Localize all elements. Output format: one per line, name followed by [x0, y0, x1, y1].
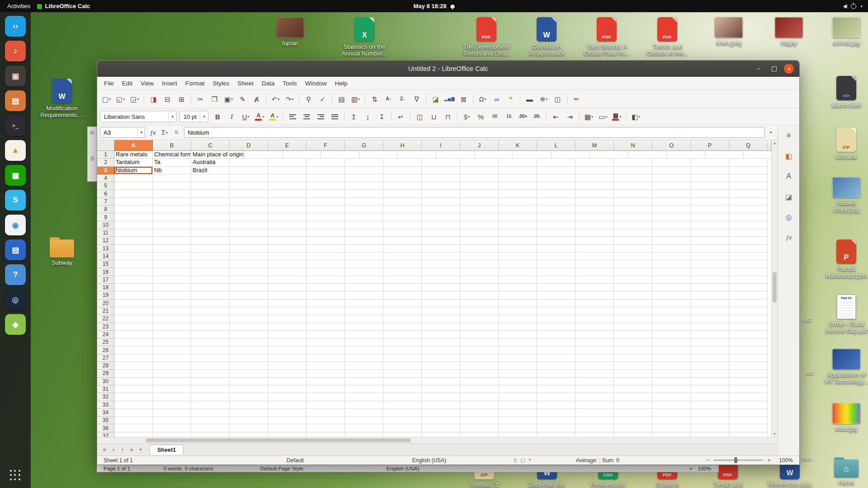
cell-F36[interactable] — [307, 424, 345, 432]
dock-item-help[interactable]: ? — [5, 264, 26, 285]
row-header-3[interactable]: 3 — [97, 167, 114, 174]
row-header-18[interactable]: 18 — [97, 284, 114, 291]
cell-D7[interactable] — [230, 198, 268, 206]
cell-L12[interactable] — [537, 237, 576, 244]
cell-A4[interactable] — [114, 174, 153, 182]
cell-E10[interactable] — [268, 221, 307, 229]
app-grid-button[interactable] — [10, 470, 21, 481]
cell-G15[interactable] — [345, 260, 383, 268]
cell-C33[interactable] — [191, 401, 230, 409]
cell-C31[interactable] — [191, 385, 230, 393]
cell-L33[interactable] — [537, 401, 576, 409]
cell-P22[interactable] — [691, 315, 729, 323]
cell-B33[interactable] — [153, 401, 191, 409]
cell-I8[interactable] — [422, 206, 460, 213]
dock-item-chrome[interactable]: ◉ — [5, 215, 26, 235]
cell-A31[interactable] — [114, 385, 153, 393]
row-header-22[interactable]: 22 — [97, 315, 114, 323]
cell-K6[interactable] — [499, 190, 537, 197]
cell-L37[interactable] — [537, 432, 576, 437]
border-color-dropdown[interactable]: ▾ — [619, 115, 621, 119]
focused-app-indicator[interactable]: ▦ LibreOffice Calc — [37, 3, 90, 9]
menu-edit[interactable]: Edit — [118, 78, 137, 89]
cell-C37[interactable] — [191, 432, 230, 437]
cell-H21[interactable] — [383, 307, 422, 315]
highlighting-color-button[interactable]: A▾ — [267, 110, 280, 123]
cell-O8[interactable] — [652, 206, 691, 213]
cell-N2[interactable] — [614, 159, 652, 166]
cell-D4[interactable] — [230, 174, 268, 182]
cell-F22[interactable] — [307, 315, 345, 323]
cell-E12[interactable] — [268, 237, 307, 244]
cell-B9[interactable] — [153, 213, 191, 221]
column-header-A[interactable]: A — [114, 140, 153, 151]
cell-J2[interactable] — [460, 159, 499, 166]
cell-L3[interactable] — [537, 167, 576, 174]
cell-P6[interactable] — [691, 190, 729, 197]
column-header-P[interactable]: P — [691, 140, 729, 151]
row-header-26[interactable]: 26 — [97, 346, 114, 354]
menu-help[interactable]: Help — [331, 78, 352, 89]
cell-J23[interactable] — [460, 323, 499, 331]
cell-L7[interactable] — [537, 198, 576, 206]
cell-B22[interactable] — [153, 315, 191, 323]
cell-I4[interactable] — [422, 174, 460, 182]
cell-G27[interactable] — [345, 354, 383, 362]
menu-window[interactable]: Window — [301, 78, 331, 89]
font-name-dropdown[interactable]: ▾ — [168, 111, 176, 122]
cell-D22[interactable] — [230, 315, 268, 323]
cell-F24[interactable] — [307, 331, 345, 338]
cell-D33[interactable] — [230, 401, 268, 409]
cell-F3[interactable] — [307, 167, 345, 174]
cell-Q37[interactable] — [729, 432, 768, 437]
row-header-5[interactable]: 5 — [97, 182, 114, 190]
cell-L21[interactable] — [537, 307, 576, 315]
cell-D14[interactable] — [230, 253, 268, 260]
cell-A34[interactable] — [114, 409, 153, 417]
cell-O28[interactable] — [652, 362, 691, 370]
cell-N9[interactable] — [614, 213, 652, 221]
sheet-tab-sheet1[interactable]: Sheet1 — [150, 445, 184, 455]
cell-I24[interactable] — [422, 331, 460, 338]
language-indicator[interactable]: English (USA) — [412, 457, 446, 464]
cell-K13[interactable] — [499, 245, 537, 253]
cell-I32[interactable] — [422, 393, 460, 401]
cell-P20[interactable] — [691, 300, 729, 307]
cell-B18[interactable] — [153, 284, 191, 291]
cell-I21[interactable] — [422, 307, 460, 315]
cell-K16[interactable] — [499, 268, 537, 276]
cell-D27[interactable] — [230, 354, 268, 362]
cell-P23[interactable] — [691, 323, 729, 331]
cell-N30[interactable] — [614, 378, 652, 385]
cell-I26[interactable] — [422, 346, 460, 354]
cell-M35[interactable] — [576, 417, 614, 424]
cell-F37[interactable] — [307, 432, 345, 437]
unmerge-cells-button[interactable]: ⊓ — [441, 110, 454, 123]
column-header-J[interactable]: J — [460, 140, 499, 151]
cell-H34[interactable] — [383, 409, 422, 417]
last-sheet-button[interactable]: » — [127, 446, 136, 453]
cell-K19[interactable] — [499, 291, 537, 299]
cell-H37[interactable] — [383, 432, 422, 437]
row-header-8[interactable]: 8 — [97, 206, 114, 213]
cell-K12[interactable] — [499, 237, 537, 244]
cell-M26[interactable] — [576, 346, 614, 354]
cell-B31[interactable] — [153, 385, 191, 393]
cell-Q3[interactable] — [729, 167, 768, 174]
sort-ascending-button[interactable]: A↓ — [382, 93, 395, 105]
cell-N32[interactable] — [614, 393, 652, 401]
export-as-pdf-button[interactable]: ◨ — [147, 93, 160, 105]
cell-O4[interactable] — [652, 174, 691, 182]
cell-P16[interactable] — [691, 268, 729, 276]
new-dropdown[interactable]: ▾ — [109, 97, 111, 101]
cell-G2[interactable] — [345, 159, 383, 166]
cell-J22[interactable] — [460, 315, 499, 323]
cell-L24[interactable] — [537, 331, 576, 338]
cell-L19[interactable] — [537, 291, 576, 299]
page-style-indicator[interactable]: Default — [287, 457, 304, 464]
desktop-icon-yum-brands-a[interactable]: PDFYum! Brands: AGlobal Food Po... — [582, 17, 632, 57]
sidebar-tab-styles[interactable]: A — [782, 169, 796, 183]
cell-H19[interactable] — [383, 291, 422, 299]
cell-I25[interactable] — [422, 338, 460, 346]
row-header-19[interactable]: 19 — [97, 291, 114, 299]
